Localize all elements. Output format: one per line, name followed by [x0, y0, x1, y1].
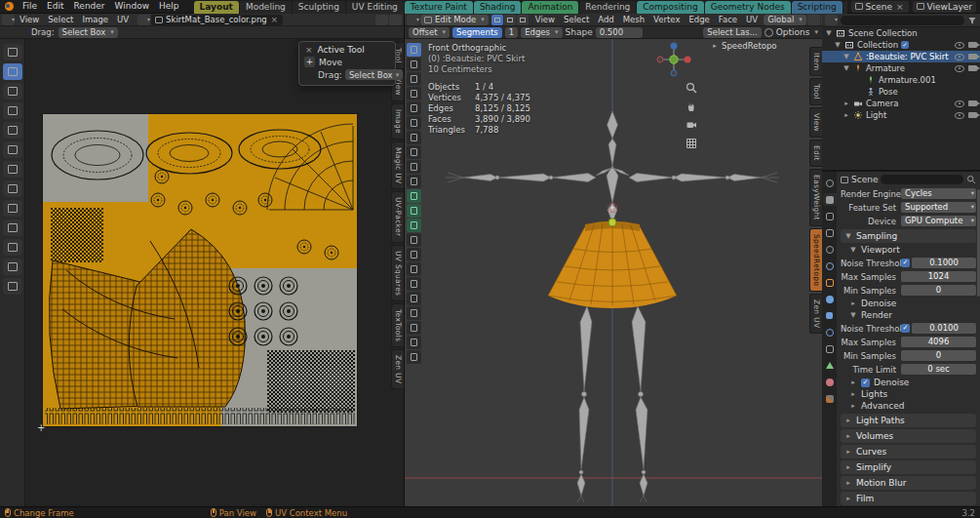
uv-texture-canvas[interactable]	[43, 114, 357, 426]
time-limit-field[interactable]: 0 sec	[901, 364, 976, 375]
close-panel-icon[interactable]: ×	[304, 45, 314, 55]
hide-eye-icon[interactable]	[955, 100, 964, 107]
pin-icon[interactable]	[375, 15, 388, 25]
subsection-render-denoise[interactable]: ▸ ✓ Denoise	[841, 377, 976, 388]
hide-eye-icon[interactable]	[955, 112, 964, 119]
tab-geometry-nodes[interactable]: Geometry Nodes	[705, 1, 791, 14]
outliner-row-pvc-skirt[interactable]: ▼ :Beautsie: PVC Skirt	[822, 51, 980, 62]
mode-select[interactable]: Edit Mode▾	[420, 15, 489, 25]
vp-menu-add[interactable]: Add	[594, 15, 617, 24]
outliner-row-camera[interactable]: ▸ Camera	[822, 98, 980, 109]
vp-tab-tool[interactable]: Tool	[809, 78, 822, 105]
tab-physics[interactable]	[823, 326, 837, 339]
expand-icon[interactable]: ▼	[825, 29, 833, 37]
viewport-body[interactable]: Front Orthographic (0) :Beautsie: PVC Sk…	[405, 39, 822, 506]
poly-build-tool[interactable]	[407, 262, 421, 276]
tab-view-layer[interactable]	[823, 226, 837, 239]
min-samples-field[interactable]: 0	[901, 285, 976, 296]
noise-threshold-checkbox[interactable]: ✓	[901, 259, 910, 267]
outliner-search-input[interactable]	[841, 16, 964, 25]
denoise-checkbox[interactable]: ✓	[861, 379, 870, 387]
edge-select-icon[interactable]	[504, 15, 516, 25]
render-visibility-icon[interactable]	[968, 112, 977, 118]
bevel-tool[interactable]	[407, 219, 421, 232]
inset-faces-tool[interactable]	[407, 204, 421, 218]
face-select-icon[interactable]	[517, 15, 529, 25]
speedretopo-panel-header[interactable]: ▸SpeedRetopo	[711, 41, 777, 51]
editor-type-icon[interactable]	[407, 15, 419, 25]
render-visibility-icon[interactable]	[968, 54, 977, 60]
drag-mode-select[interactable]: Select Box▾	[59, 27, 118, 38]
max-samples-field[interactable]: 1024	[901, 271, 976, 282]
editor-type-icon[interactable]	[2, 15, 15, 25]
vp-menu-vertex[interactable]: Vertex	[649, 15, 684, 24]
filter-icon[interactable]	[967, 16, 977, 25]
image-name-field[interactable]: SkirtMat_Base_color.png ×	[151, 15, 283, 25]
section-simplify[interactable]: ▸Simplify	[841, 460, 976, 474]
edge-slide-tool[interactable]	[407, 306, 421, 320]
cursor-tool[interactable]	[407, 72, 421, 86]
select-box-tool[interactable]	[3, 63, 22, 80]
drag-mode-select[interactable]: Select Box▾	[345, 69, 403, 80]
tab-modeling[interactable]: Modeling	[240, 1, 292, 14]
vp-tab-speedretopo[interactable]: SpeedRetopo	[809, 228, 822, 292]
vp-tab-zen-uv[interactable]: Zen UV	[809, 294, 822, 334]
shrink-flatten-tool[interactable]	[407, 321, 421, 335]
tab-scene[interactable]	[823, 243, 837, 256]
section-light-paths[interactable]: ▸Light Paths	[841, 414, 976, 427]
vp-tab-view[interactable]: View	[809, 107, 822, 138]
vp-tab-easyweight[interactable]: EasyWeight	[809, 169, 822, 226]
noise-threshold-field[interactable]: 0.0100	[912, 323, 976, 334]
tab-object-data[interactable]	[823, 359, 837, 372]
noise-threshold-checkbox[interactable]: ✓	[901, 324, 910, 333]
vp-menu-uv[interactable]: UV	[742, 15, 762, 24]
options-button[interactable]: Options	[776, 27, 810, 37]
uv-tab-uv-squares[interactable]: UV Squares	[391, 245, 404, 301]
tab-tool[interactable]	[823, 177, 837, 189]
segments-value-field[interactable]: 1	[505, 27, 518, 38]
uv-menu-view[interactable]: View	[16, 15, 43, 24]
shear-tool[interactable]	[407, 336, 421, 349]
tab-material[interactable]	[823, 376, 837, 388]
tab-animation[interactable]: Animation	[522, 1, 578, 14]
tab-layout[interactable]: Layout	[194, 1, 239, 14]
render-visibility-icon[interactable]	[968, 100, 977, 106]
vp-menu-face[interactable]: Face	[715, 15, 741, 24]
tab-compositing[interactable]: Compositing	[637, 1, 703, 14]
menu-render[interactable]: Render	[69, 0, 110, 13]
annotate-tool[interactable]	[3, 180, 22, 197]
annotate-tool[interactable]	[407, 145, 421, 159]
render-visibility-icon[interactable]	[968, 65, 977, 71]
noise-threshold-field[interactable]: 0.1000	[912, 258, 976, 268]
relax-tool[interactable]	[3, 259, 22, 275]
tab-constraints[interactable]	[823, 342, 837, 355]
snapping-magnet-icon[interactable]	[807, 15, 820, 25]
tab-object[interactable]	[823, 276, 837, 289]
expand-icon[interactable]: ▸	[843, 100, 850, 107]
edges-select[interactable]: Edges▾	[521, 27, 562, 38]
unlink-image-icon[interactable]: ×	[270, 15, 279, 24]
offset-type-select[interactable]: Offset▾	[409, 27, 450, 38]
navigation-gizmo[interactable]	[654, 40, 693, 81]
scene-selector[interactable]: Scene ×	[851, 1, 909, 13]
tweak-tool[interactable]	[407, 43, 421, 57]
measure-tool[interactable]	[407, 160, 421, 174]
transform-orientation-select[interactable]: Global▾	[764, 15, 806, 25]
hide-eye-icon[interactable]	[955, 54, 964, 60]
scene-clear-icon[interactable]: ×	[895, 2, 905, 12]
spin-tool[interactable]	[407, 277, 421, 291]
loop-cut-tool[interactable]	[407, 233, 421, 247]
subsection-lights[interactable]: ▸Lights	[841, 388, 976, 400]
outliner-row-light[interactable]: ▸ Light	[822, 109, 980, 121]
extrude-tool[interactable]	[407, 189, 421, 203]
max-samples-field[interactable]: 4096	[901, 337, 976, 347]
transform-tool[interactable]	[3, 161, 22, 178]
vertex-select-icon[interactable]	[491, 15, 503, 25]
min-samples-field[interactable]: 0	[901, 350, 976, 361]
outliner-row-collection[interactable]: ▼ Collection ✓	[822, 39, 980, 51]
select-tool-button[interactable]: Select Las...	[703, 27, 761, 38]
pan-hand-icon[interactable]	[686, 100, 697, 112]
outliner-row-pose[interactable]: Pose	[822, 86, 980, 98]
smooth-tool[interactable]	[407, 292, 421, 305]
transform-tool[interactable]	[407, 131, 421, 144]
